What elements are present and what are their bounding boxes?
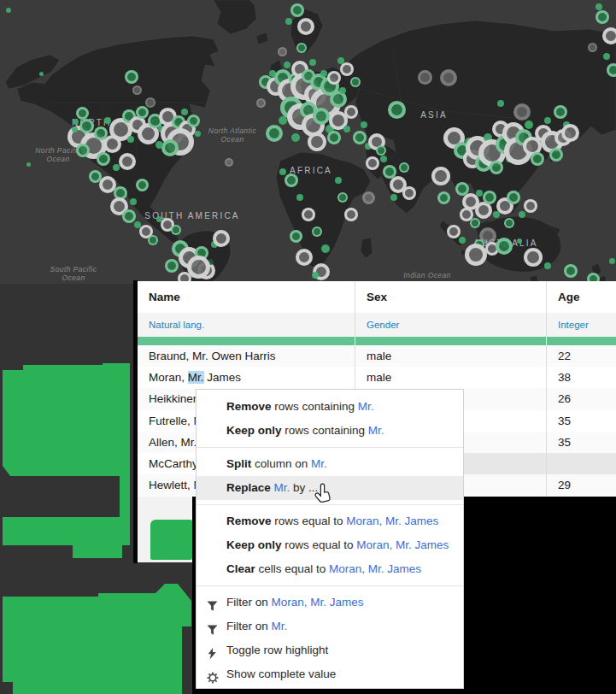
map-bubble — [504, 218, 514, 228]
filter-funnel-icon — [207, 597, 219, 609]
map-bubble — [312, 226, 322, 237]
column-header-sex[interactable]: Sex — [355, 281, 546, 313]
map-bubble — [483, 191, 496, 204]
map-bubble — [127, 136, 134, 143]
map-bubble — [145, 97, 155, 108]
map-bubble — [344, 208, 358, 221]
map-bubble — [561, 124, 579, 142]
cell-name[interactable]: Moran, Mr. James — [138, 367, 355, 388]
map-bubble — [337, 192, 348, 203]
menu-item-keep-containing[interactable]: Keep only rows containing Mr. — [197, 419, 463, 443]
map-bubble — [609, 258, 615, 264]
map-bubble — [125, 70, 138, 84]
map-bubble — [339, 87, 346, 94]
menu-item-split-column[interactable]: Split column on Mr. — [197, 452, 463, 476]
map-bubble — [475, 202, 492, 219]
cell-age[interactable]: 35 — [546, 410, 616, 432]
dataset-explore-screen: NORTH AMERICA SOUTH AMERICA AFRICA ASIA … — [0, 0, 616, 694]
cell-age[interactable]: 22 — [546, 345, 616, 367]
table-header-row: Name Sex Age — [138, 281, 616, 313]
map-bubble — [607, 63, 616, 77]
map-bubble — [312, 272, 319, 279]
cell-age[interactable]: 38 — [546, 367, 616, 388]
map-bubble — [431, 167, 450, 185]
map-bubble — [337, 57, 344, 64]
menu-item-filter-on-value[interactable]: Filter on Moran, Mr. James — [197, 591, 463, 615]
map-bubble — [380, 156, 387, 162]
map-bubble — [603, 53, 610, 60]
map-bubble — [6, 8, 11, 13]
column-header-age[interactable]: Age — [546, 281, 616, 313]
gear-icon — [207, 668, 219, 680]
map-bubble — [73, 119, 79, 125]
map-bubble — [171, 225, 181, 235]
cell-context-menu: Remove rows containing Mr. Keep only row… — [196, 389, 464, 689]
map-bubble — [564, 264, 578, 278]
world-map[interactable]: NORTH AMERICA SOUTH AMERICA AFRICA ASIA … — [0, 0, 616, 284]
map-bubble — [476, 190, 483, 197]
cell-sex[interactable]: male — [355, 345, 546, 367]
map-bubble — [525, 121, 533, 129]
map-bubble — [554, 105, 567, 119]
map-bubble — [39, 72, 44, 76]
menu-item-toggle-row-highlight[interactable]: Toggle row highlight — [197, 638, 463, 662]
map-bubble — [335, 177, 342, 184]
map-bubble — [343, 126, 350, 132]
cell-age-missing[interactable] — [546, 453, 616, 474]
map-bubble — [122, 209, 136, 223]
map-bubble — [119, 153, 136, 170]
cell-sex[interactable]: male — [355, 367, 546, 388]
cell-age[interactable]: 26 — [546, 388, 616, 409]
map-bubble — [213, 230, 230, 247]
validity-bar-sex — [355, 337, 546, 345]
map-bubble — [524, 248, 543, 267]
map-bubble — [136, 179, 149, 191]
menu-item-filter-on-token[interactable]: Filter on Mr. — [197, 615, 463, 638]
map-bubble — [353, 131, 367, 144]
map-bubble — [447, 225, 461, 238]
map-bubble — [76, 144, 90, 157]
map-bubble — [278, 47, 287, 56]
map-bubble — [497, 100, 504, 107]
meaning-sex[interactable]: Gender — [355, 313, 546, 337]
map-bubble — [524, 199, 537, 213]
filter-funnel-icon — [207, 620, 219, 632]
cell-age[interactable]: 35 — [546, 432, 616, 453]
column-header-name[interactable]: Name — [138, 281, 355, 313]
map-bubble — [279, 116, 287, 125]
map-bubble — [297, 18, 314, 35]
map-bubble — [496, 238, 513, 255]
map-bubble — [285, 18, 292, 25]
menu-item-keep-equal[interactable]: Keep only rows equal to Moran, Mr. James — [197, 533, 463, 557]
map-bubble — [290, 230, 302, 243]
map-bubble — [531, 152, 544, 166]
map-bubble — [291, 133, 300, 142]
map-bubble — [470, 218, 480, 228]
hand-cursor-icon — [314, 483, 332, 505]
validity-bar-name — [138, 337, 355, 345]
menu-item-remove-equal[interactable]: Remove rows equal to Moran, Mr. James — [197, 509, 463, 533]
cell-age[interactable]: 29 — [546, 474, 616, 496]
map-bubble — [313, 108, 330, 125]
menu-item-remove-containing[interactable]: Remove rows containing Mr. — [197, 395, 463, 419]
map-bubble — [284, 62, 290, 68]
map-bubble — [181, 109, 188, 115]
map-bubble — [390, 194, 397, 201]
cell-name[interactable]: Braund, Mr. Owen Harris — [138, 345, 355, 367]
menu-item-show-complete-value[interactable]: Show complete value — [197, 662, 463, 686]
selected-token[interactable]: Mr. — [188, 371, 204, 384]
map-bubble — [290, 3, 304, 17]
meaning-name[interactable]: Natural lang. — [138, 313, 355, 337]
map-bubble — [296, 43, 307, 53]
map-bubble — [266, 125, 283, 142]
map-bubble — [402, 186, 416, 200]
meaning-age[interactable]: Integer — [546, 313, 616, 337]
map-bubble — [366, 156, 379, 170]
map-bubble — [344, 105, 358, 119]
validity-bar-row — [138, 337, 616, 345]
map-bubble — [187, 256, 210, 279]
map-bubble — [340, 62, 354, 76]
map-bubble — [376, 145, 386, 156]
table-row-selected: Moran, Mr. James male 38 — [138, 367, 616, 388]
menu-item-clear-equal[interactable]: Clear cells equal to Moran, Mr. James — [197, 557, 463, 581]
